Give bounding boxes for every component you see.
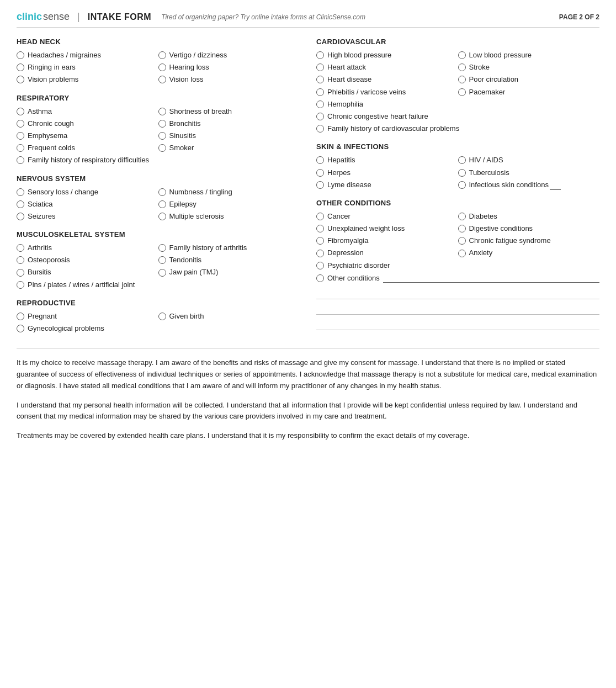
radio-circle[interactable] <box>316 76 324 83</box>
list-item[interactable]: HIV / AIDS <box>458 155 600 165</box>
list-item[interactable]: Multiple sclerosis <box>158 211 300 221</box>
radio-circle[interactable] <box>158 200 166 208</box>
list-item[interactable]: Pacemaker <box>458 87 600 97</box>
radio-circle[interactable] <box>316 274 324 282</box>
list-item[interactable]: Gynecological problems <box>17 324 300 334</box>
list-item[interactable]: Phlebitis / varicose veins <box>316 87 458 97</box>
radio-circle[interactable] <box>17 269 24 277</box>
list-item[interactable]: Sinusitis <box>158 131 300 141</box>
radio-circle[interactable] <box>17 256 24 264</box>
radio-circle[interactable] <box>458 225 466 232</box>
list-item[interactable]: Arthritis <box>17 243 158 253</box>
radio-circle[interactable] <box>17 132 24 140</box>
radio-circle[interactable] <box>458 76 466 83</box>
radio-circle[interactable] <box>17 156 24 164</box>
radio-circle[interactable] <box>17 188 24 196</box>
radio-circle[interactable] <box>17 51 24 59</box>
radio-circle[interactable] <box>316 156 324 164</box>
list-item[interactable]: Family history of cardiovascular problem… <box>316 124 599 134</box>
list-item[interactable]: Heart disease <box>316 75 458 84</box>
list-item[interactable]: Digestive conditions <box>458 224 600 234</box>
radio-circle[interactable] <box>17 213 24 220</box>
radio-circle[interactable] <box>316 181 324 189</box>
list-item[interactable]: Vision loss <box>158 75 300 84</box>
list-item[interactable]: Heart attack <box>316 62 458 72</box>
radio-circle[interactable] <box>17 144 24 152</box>
radio-circle[interactable] <box>458 237 466 245</box>
radio-circle[interactable] <box>158 269 166 277</box>
list-item[interactable]: Pregnant <box>17 311 158 321</box>
radio-circle[interactable] <box>17 63 24 71</box>
list-item[interactable]: Poor circulation <box>458 75 600 84</box>
list-item[interactable]: High blood pressure <box>316 50 458 60</box>
radio-circle[interactable] <box>316 237 324 245</box>
radio-circle[interactable] <box>17 200 24 208</box>
list-item[interactable]: Diabetes <box>458 211 600 221</box>
list-item[interactable]: Bronchitis <box>158 119 300 129</box>
radio-circle[interactable] <box>158 213 166 220</box>
list-item[interactable]: Family history of arthritis <box>158 243 300 253</box>
list-item[interactable]: Pins / plates / wires / artificial joint <box>17 280 300 290</box>
radio-circle[interactable] <box>158 120 166 128</box>
radio-circle[interactable] <box>158 132 166 140</box>
list-item[interactable]: Tuberculosis <box>458 168 600 178</box>
list-item[interactable]: Frequent colds <box>17 143 158 153</box>
radio-circle[interactable] <box>316 262 324 269</box>
radio-circle[interactable] <box>316 125 324 133</box>
list-item[interactable]: Jaw pain (TMJ) <box>158 267 300 277</box>
list-item[interactable]: Family history of respiratory difficulti… <box>17 155 300 165</box>
radio-circle[interactable] <box>17 313 24 320</box>
radio-circle[interactable] <box>158 76 166 83</box>
radio-circle[interactable] <box>17 325 24 332</box>
list-item[interactable]: Fibromyalgia <box>316 236 458 246</box>
list-item[interactable]: Vision problems <box>17 75 158 84</box>
radio-circle[interactable] <box>158 313 166 320</box>
radio-circle[interactable] <box>158 108 166 115</box>
list-item[interactable]: Low blood pressure <box>458 50 600 60</box>
radio-circle[interactable] <box>316 51 324 59</box>
list-item[interactable]: Bursitis <box>17 267 158 277</box>
list-item[interactable]: Sensory loss / change <box>17 187 158 197</box>
list-item[interactable]: Chronic cough <box>17 119 158 129</box>
radio-circle[interactable] <box>458 213 466 220</box>
list-item[interactable]: Ringing in ears <box>17 62 158 72</box>
list-item[interactable]: Depression <box>316 248 458 258</box>
list-item[interactable]: Cancer <box>316 211 458 221</box>
list-item[interactable]: Vertigo / dizziness <box>158 50 300 60</box>
radio-circle[interactable] <box>458 250 466 257</box>
radio-circle[interactable] <box>158 244 166 252</box>
radio-circle[interactable] <box>316 100 324 108</box>
radio-circle[interactable] <box>316 113 324 120</box>
list-item[interactable]: Asthma <box>17 107 158 117</box>
radio-circle[interactable] <box>458 63 466 71</box>
radio-circle[interactable] <box>316 169 324 177</box>
radio-circle[interactable] <box>316 63 324 71</box>
list-item[interactable]: Hearing loss <box>158 62 300 72</box>
list-item[interactable]: Sciatica <box>17 199 158 209</box>
list-item[interactable]: Osteoporosis <box>17 255 158 265</box>
radio-circle[interactable] <box>17 120 24 128</box>
radio-circle[interactable] <box>17 76 24 83</box>
radio-circle[interactable] <box>316 88 324 96</box>
radio-circle[interactable] <box>17 108 24 115</box>
list-item[interactable]: Seizures <box>17 211 158 221</box>
radio-circle[interactable] <box>458 156 466 164</box>
list-item[interactable]: Herpes <box>316 168 458 178</box>
list-item[interactable]: Lyme disease <box>316 180 458 190</box>
radio-circle[interactable] <box>316 250 324 257</box>
radio-circle[interactable] <box>158 144 166 152</box>
list-item[interactable]: Anxiety <box>458 248 600 258</box>
list-item[interactable]: Given birth <box>158 311 300 321</box>
radio-circle[interactable] <box>158 188 166 196</box>
list-item[interactable]: Smoker <box>158 143 300 153</box>
list-item[interactable]: Epilepsy <box>158 199 300 209</box>
radio-circle[interactable] <box>158 256 166 264</box>
list-item[interactable]: Emphysema <box>17 131 158 141</box>
radio-circle[interactable] <box>316 225 324 232</box>
radio-circle[interactable] <box>458 169 466 177</box>
list-item[interactable]: Numbness / tingling <box>158 187 300 197</box>
radio-circle[interactable] <box>17 244 24 252</box>
radio-circle[interactable] <box>458 181 466 189</box>
radio-circle[interactable] <box>458 88 466 96</box>
radio-circle[interactable] <box>458 51 466 59</box>
